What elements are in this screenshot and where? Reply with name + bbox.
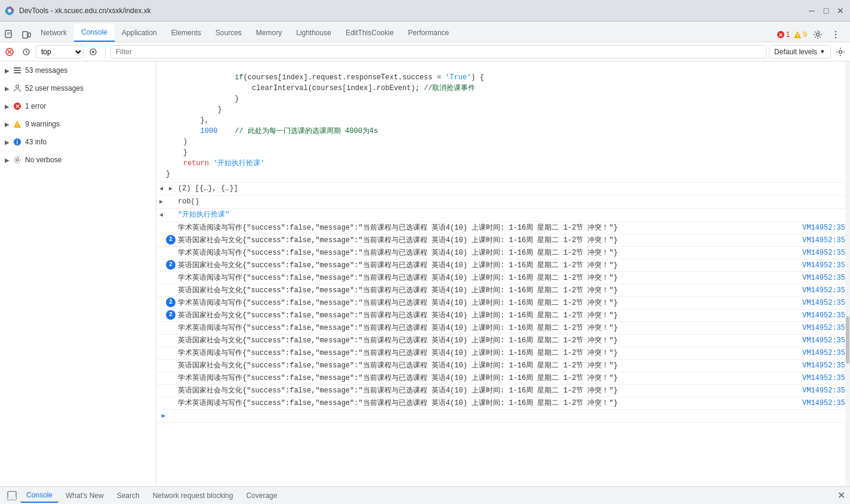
console-row[interactable]: 学术英语阅读与写作{"success":false,"message":"当前课… [156, 322, 850, 335]
console-row[interactable]: 学术英语阅读与写作{"success":false,"message":"当前课… [156, 347, 850, 360]
console-row[interactable]: 学术英语阅读与写作{"success":false,"message":"当前课… [156, 272, 850, 285]
bottom-tab-console[interactable]: Console [20, 488, 58, 503]
error-icon: ✕ [13, 102, 21, 110]
source-link[interactable]: VM14952:35 [802, 323, 850, 333]
repeat-badge: 2 [166, 235, 175, 245]
warning-icon: ! [13, 120, 21, 128]
source-link[interactable]: VM14952:35 [802, 373, 850, 384]
tab-memory[interactable]: Memory [249, 24, 289, 42]
console-row[interactable]: 2 英语国家社会与文化{"success":false,"message":"当… [156, 259, 850, 272]
left-arrow-icon: ◀ [156, 183, 166, 194]
error-count: 1 [786, 30, 790, 39]
preserve-log-button[interactable] [86, 45, 100, 59]
default-levels-button[interactable]: Default levels ▼ [769, 45, 831, 58]
maximize-button[interactable]: □ [821, 6, 831, 16]
tab-sources[interactable]: Sources [208, 24, 249, 42]
source-link[interactable]: VM14952:35 [802, 260, 850, 271]
tab-console[interactable]: Console [74, 24, 115, 42]
console-settings-button[interactable] [833, 45, 848, 59]
sidebar-item-warnings[interactable]: ▶ ! 9 warnings [0, 115, 156, 133]
sidebar-item-info[interactable]: ▶ i 43 info [0, 133, 156, 151]
error-badge[interactable]: ✕ 1 [777, 30, 790, 39]
console-prompt-row[interactable]: ▶ [156, 410, 850, 423]
source-link[interactable]: VM14952:35 [802, 360, 850, 371]
context-selector[interactable]: top [36, 45, 84, 58]
left-arrow-icon: ◀ [156, 209, 166, 221]
console-row[interactable]: 英语国家社会与文化{"success":false,"message":"当前课… [156, 335, 850, 347]
console-row[interactable]: 学术英语阅读与写作{"success":false,"message":"当前课… [156, 247, 850, 259]
console-row-content: 学术英语阅读与写作{"success":false,"message":"当前课… [175, 398, 802, 409]
source-link[interactable]: VM14952:35 [802, 273, 850, 283]
warn-badge[interactable]: ! 9 [793, 30, 807, 39]
source-link[interactable]: VM14952:35 [802, 398, 850, 409]
all-messages-label: 53 messages [25, 66, 67, 75]
sidebar-item-verbose[interactable]: ▶ No verbose [0, 151, 156, 169]
svg-rect-4 [28, 33, 30, 37]
inspect-element-button[interactable] [2, 27, 17, 42]
console-row[interactable]: 2 英语国家社会与文化{"success":false,"message":"当… [156, 234, 850, 247]
tab-lighthouse[interactable]: Lighthouse [289, 24, 338, 42]
source-link[interactable]: VM14952:35 [802, 248, 850, 258]
bottom-tab-whats-new[interactable]: What's New [60, 488, 110, 503]
bottom-tab-search[interactable]: Search [111, 488, 146, 503]
repeat-badge: 2 [166, 260, 175, 270]
drawer-toggle-button[interactable] [5, 488, 19, 503]
tab-application[interactable]: Application [115, 24, 164, 42]
console-row-content: 学术英语阅读与写作{"success":false,"message":"当前课… [175, 298, 802, 308]
source-link[interactable]: VM14952:35 [802, 385, 850, 396]
source-link[interactable]: VM14952:35 [802, 285, 850, 296]
prompt-arrow-icon: ▶ [159, 410, 168, 422]
more-button[interactable] [829, 27, 843, 42]
console-output[interactable]: if(courses[index].request.responseText.s… [156, 61, 850, 486]
bottom-tab-network-request-blocking[interactable]: Network request blocking [147, 488, 239, 503]
svg-rect-3 [23, 32, 27, 38]
sidebar-item-all-messages[interactable]: ▶ 53 messages [0, 61, 156, 79]
verbose-label: No verbose [25, 156, 61, 164]
console-row[interactable]: ◀ ▶ (2) [{…}, {…}] [156, 183, 850, 196]
chevron-down-icon: ▼ [820, 48, 826, 55]
tab-elements[interactable]: Elements [164, 24, 208, 42]
svg-point-1 [8, 9, 11, 13]
filter-input[interactable] [110, 45, 766, 58]
console-row[interactable]: ◀ "开始执行抢课" [156, 209, 850, 222]
tab-editthiscookie[interactable]: EditThisCookie [338, 24, 401, 42]
console-row[interactable]: 英语国家社会与文化{"success":false,"message":"当前课… [156, 360, 850, 372]
clear-console-button[interactable] [2, 45, 17, 59]
history-button[interactable] [19, 45, 33, 59]
console-row[interactable]: 学术英语阅读与写作{"success":false,"message":"当前课… [156, 372, 850, 385]
console-row[interactable]: 学术英语阅读与写作{"success":false,"message":"当前课… [156, 397, 850, 410]
source-link[interactable]: VM14952:35 [802, 222, 850, 233]
source-link[interactable]: VM14952:35 [802, 335, 850, 346]
minimize-button[interactable]: ─ [807, 6, 817, 16]
settings-button[interactable] [811, 27, 825, 42]
console-row[interactable]: ▶ rob() [156, 196, 850, 209]
expand-icon: ▶ [5, 121, 10, 128]
source-link[interactable]: VM14952:35 [802, 298, 850, 308]
scrollbar-track[interactable] [845, 61, 850, 486]
source-link[interactable]: VM14952:35 [802, 348, 850, 358]
console-row[interactable]: 学术英语阅读与写作{"success":false,"message":"当前课… [156, 222, 850, 234]
bottom-tab-coverage[interactable]: Coverage [240, 488, 283, 503]
svg-point-11 [835, 34, 836, 35]
svg-text:✕: ✕ [15, 103, 20, 110]
svg-text:!: ! [17, 122, 19, 128]
tab-performance[interactable]: Performance [401, 24, 457, 42]
console-row[interactable]: 英语国家社会与文化{"success":false,"message":"当前课… [156, 385, 850, 397]
sidebar-item-user-messages[interactable]: ▶ 52 user messages [0, 79, 156, 97]
expand-icon: ▶ [5, 157, 10, 163]
expand-arrow-icon[interactable]: ▶ [166, 183, 175, 194]
tab-network[interactable]: Network [33, 24, 74, 42]
title-bar-title: DevTools - xk.scuec.edu.cn/xsxk/index.xk [19, 7, 802, 15]
console-row[interactable]: 2 英语国家社会与文化{"success":false,"message":"当… [156, 310, 850, 322]
sidebar: ▶ 53 messages ▶ 52 user messages ▶ ✕ 1 e… [0, 61, 156, 486]
sidebar-item-errors[interactable]: ▶ ✕ 1 error [0, 97, 156, 115]
scrollbar-thumb[interactable] [846, 316, 849, 364]
device-toolbar-button[interactable] [19, 27, 33, 42]
close-button[interactable]: ✕ [836, 6, 845, 16]
user-messages-label: 52 user messages [25, 84, 84, 92]
console-row[interactable]: 英语国家社会与文化{"success":false,"message":"当前课… [156, 285, 850, 297]
source-link[interactable]: VM14952:35 [802, 235, 850, 246]
source-link[interactable]: VM14952:35 [802, 310, 850, 321]
console-row[interactable]: 2 学术英语阅读与写作{"success":false,"message":"当… [156, 297, 850, 310]
close-drawer-icon[interactable]: ✕ [837, 490, 845, 501]
